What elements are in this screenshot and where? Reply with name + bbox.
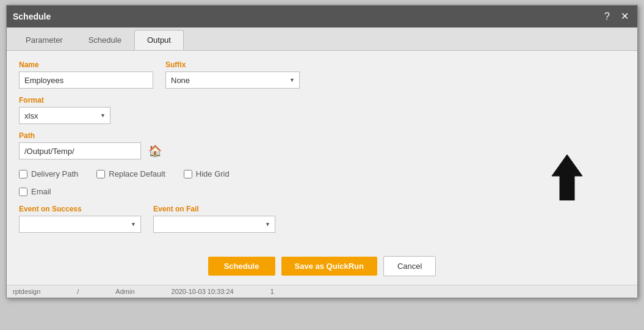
format-row: Format xlsx pdf csv html — [19, 96, 625, 124]
hide-grid-label: Hide Grid — [196, 169, 230, 178]
email-checkbox[interactable] — [19, 188, 27, 196]
replace-default-checkbox-item[interactable]: Replace Default — [96, 169, 165, 178]
close-button[interactable]: ✕ — [618, 12, 631, 21]
suffix-label: Suffix — [165, 61, 300, 69]
tab-output[interactable]: Output — [134, 30, 184, 50]
tab-schedule[interactable]: Schedule — [76, 30, 134, 50]
path-input[interactable] — [19, 142, 141, 160]
cancel-button[interactable]: Cancel — [383, 256, 436, 276]
path-input-row: 🏠 — [19, 142, 164, 160]
help-button[interactable]: ? — [602, 12, 612, 21]
save-quickrun-button[interactable]: Save as QuickRun — [281, 257, 377, 276]
name-label: Name — [19, 61, 153, 69]
home-button[interactable]: 🏠 — [146, 143, 164, 159]
path-label: Path — [19, 131, 164, 140]
arrow-section — [546, 167, 625, 238]
email-row: Email — [19, 187, 546, 196]
bottom-col3: Admin — [115, 288, 134, 295]
bottom-col5: 1 — [270, 288, 274, 295]
event-fail-select-wrapper — [153, 216, 275, 233]
email-checkbox-item[interactable]: Email — [19, 187, 546, 196]
suffix-select-wrapper: None Date Time DateTime — [165, 72, 300, 89]
replace-default-checkbox[interactable] — [96, 170, 105, 178]
content-area: Name Suffix None Date Time DateTime Form… — [7, 51, 637, 248]
schedule-button[interactable]: Schedule — [208, 257, 275, 276]
suffix-select[interactable]: None Date Time DateTime — [165, 72, 300, 89]
format-select-wrapper: xlsx pdf csv html — [19, 107, 110, 124]
down-arrow-icon — [546, 155, 588, 200]
schedule-dialog: Schedule ? ✕ Parameter Schedule Output N… — [6, 5, 638, 298]
path-group: Path 🏠 — [19, 131, 164, 160]
event-row: Event on Success Event on Fail — [19, 205, 546, 233]
left-section: Delivery Path Replace Default Hide Grid — [19, 167, 546, 238]
format-label: Format — [19, 96, 110, 105]
footer: Schedule Save as QuickRun Cancel — [7, 248, 637, 285]
event-success-group: Event on Success — [19, 205, 141, 233]
event-success-label: Event on Success — [19, 205, 141, 213]
name-input[interactable] — [19, 72, 153, 89]
suffix-group: Suffix None Date Time DateTime — [165, 61, 300, 89]
tab-parameter[interactable]: Parameter — [13, 30, 76, 50]
bottom-bar: rptdesign / Admin 2020-10-03 10:33:24 1 — [7, 285, 637, 298]
delivery-path-label: Delivery Path — [31, 169, 78, 178]
tabs-bar: Parameter Schedule Output — [7, 28, 637, 51]
format-select[interactable]: xlsx pdf csv html — [19, 107, 110, 124]
svg-marker-0 — [552, 155, 582, 200]
event-fail-label: Event on Fail — [153, 205, 275, 213]
event-labels-row: Event on Success Event on Fail — [19, 205, 546, 233]
event-success-select[interactable] — [19, 216, 141, 233]
title-bar-controls: ? ✕ — [602, 12, 631, 21]
path-row: Path 🏠 — [19, 131, 625, 160]
bottom-col1: rptdesign — [13, 288, 40, 295]
event-success-select-wrapper — [19, 216, 141, 233]
delivery-path-checkbox[interactable] — [19, 170, 27, 178]
title-bar: Schedule ? ✕ — [7, 6, 637, 28]
email-label: Email — [31, 187, 51, 196]
bottom-col2: / — [77, 288, 79, 295]
event-fail-group: Event on Fail — [153, 205, 275, 233]
dialog-title: Schedule — [13, 12, 51, 21]
format-group: Format xlsx pdf csv html — [19, 96, 110, 124]
hide-grid-checkbox-item[interactable]: Hide Grid — [184, 169, 230, 178]
name-group: Name — [19, 61, 153, 89]
hide-grid-checkbox[interactable] — [184, 170, 192, 178]
middle-section: Delivery Path Replace Default Hide Grid — [19, 167, 625, 238]
name-suffix-row: Name Suffix None Date Time DateTime — [19, 61, 625, 89]
delivery-path-checkbox-item[interactable]: Delivery Path — [19, 169, 78, 178]
event-fail-select[interactable] — [153, 216, 275, 233]
checkboxes-section: Delivery Path Replace Default Hide Grid — [19, 169, 546, 178]
bottom-col4: 2020-10-03 10:33:24 — [172, 288, 234, 295]
replace-default-label: Replace Default — [109, 169, 165, 178]
